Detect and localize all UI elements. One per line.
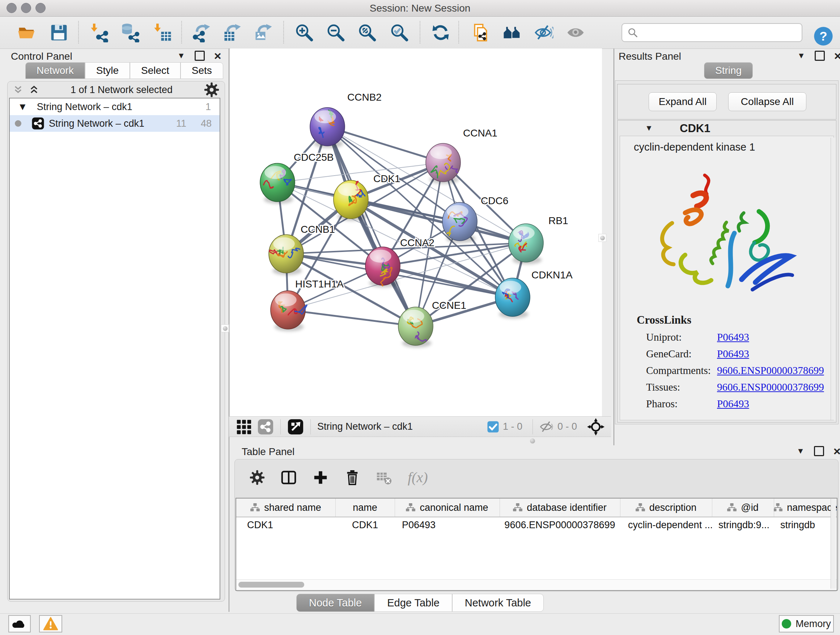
tab-style[interactable]: Style [85, 62, 130, 79]
edge-count: 48 [201, 118, 212, 129]
results-panel-float-icon[interactable] [815, 51, 825, 61]
network-node-ccna2[interactable] [365, 247, 400, 287]
import-network-database-button[interactable] [118, 21, 142, 44]
table-hscrollbar[interactable] [236, 579, 837, 590]
share-view-icon[interactable] [257, 418, 274, 435]
memory-status-dot [782, 619, 791, 629]
tab-select[interactable]: Select [130, 62, 180, 79]
column-header-name[interactable]: name [335, 499, 395, 516]
table-gear-icon[interactable] [249, 470, 265, 486]
warning-button[interactable] [39, 615, 62, 632]
tab-node-table[interactable]: Node Table [296, 594, 374, 612]
column-header-namespace[interactable]: namespace [774, 499, 837, 516]
tab-sets[interactable]: Sets [180, 62, 223, 79]
crosslink-value[interactable]: P06493 [717, 398, 749, 410]
save-session-button[interactable] [47, 21, 71, 44]
show-all-button[interactable] [564, 21, 587, 44]
network-node-ccnb2[interactable] [310, 108, 345, 148]
network-node-ccnb1[interactable] [269, 234, 303, 275]
crosslink-value[interactable]: P06493 [717, 348, 749, 360]
zoom-selected-button[interactable] [387, 21, 411, 44]
column-header-database-identifier[interactable]: database identifier [500, 499, 621, 516]
network-node-ccne1[interactable] [398, 307, 433, 348]
results-panel-menu-icon[interactable]: ▼ [797, 51, 805, 60]
left-splitter-handle[interactable] [221, 325, 229, 333]
column-header--id[interactable]: @id [712, 499, 774, 516]
import-table-button[interactable] [151, 21, 175, 44]
results-scrollbar-track[interactable] [831, 138, 836, 420]
hide-selected-button[interactable] [532, 21, 556, 44]
column-label: @id [741, 502, 758, 513]
clone-network-button[interactable] [469, 21, 493, 44]
expand-all-button[interactable]: Expand All [649, 92, 717, 111]
column-label: database identifier [527, 502, 607, 513]
help-button[interactable]: ? [813, 26, 834, 46]
column-header-canonical-name[interactable]: canonical name [395, 499, 500, 516]
first-neighbors-button[interactable] [500, 21, 524, 44]
toolbar-divider [283, 21, 284, 43]
search-input[interactable] [642, 25, 802, 40]
open-in-window-icon[interactable] [287, 418, 304, 435]
table-cell: stringdb [774, 519, 837, 534]
open-session-button[interactable] [15, 21, 39, 44]
tab-network[interactable]: Network [25, 62, 85, 79]
network-options-gear-icon[interactable] [204, 82, 219, 98]
network-node-rb1[interactable] [508, 224, 543, 264]
collapse-all-button[interactable]: Collapse All [728, 92, 806, 111]
hidden-eye-icon[interactable] [539, 420, 554, 434]
crosslink-value[interactable]: P06493 [717, 331, 749, 343]
collapse-all-chevron-icon[interactable] [13, 84, 24, 95]
network-node-hist1h1a[interactable] [271, 291, 307, 331]
column-header-description[interactable]: description [620, 499, 712, 516]
memory-button[interactable]: Memory [779, 615, 834, 632]
control-panel-float-icon[interactable] [195, 51, 205, 61]
network-node-cdkn1a[interactable] [495, 278, 530, 318]
crosslink-value[interactable]: 9606.ENSP00000378699 [717, 381, 824, 393]
network-node-ccna1[interactable] [426, 143, 461, 184]
tab-string[interactable]: String [704, 62, 753, 79]
zoom-out-button[interactable] [324, 21, 347, 44]
control-panel-menu-icon[interactable]: ▼ [177, 51, 185, 60]
birdseye-crosshair-icon[interactable] [587, 418, 605, 435]
table-columns-icon[interactable] [280, 469, 297, 486]
selected-checkbox-icon[interactable] [487, 421, 499, 433]
table-add-icon[interactable] [312, 469, 329, 486]
network-node-cdc25b[interactable] [260, 163, 295, 204]
refresh-button[interactable] [429, 21, 453, 44]
tab-network-table[interactable]: Network Table [452, 594, 544, 612]
expand-all-chevron-icon[interactable] [28, 84, 39, 95]
column-header-shared-name[interactable]: shared name [236, 499, 336, 516]
table-cell: cyclin-dependent ... [620, 519, 712, 534]
network-canvas[interactable]: CCNB2CCNA1CDC25BCDK1CDC6RB1CCNB1CCNA2CDK… [230, 49, 602, 416]
network-node-cdc6[interactable] [442, 203, 477, 243]
import-network-file-button[interactable] [88, 21, 111, 44]
horizontal-splitter-dot[interactable] [530, 439, 535, 443]
control-panel-tabs: NetworkStyleSelectSets [25, 62, 223, 79]
export-image-button[interactable] [252, 21, 276, 44]
zoom-fit-button[interactable] [355, 21, 379, 44]
results-panel-close-icon[interactable]: × [834, 52, 840, 60]
table-function-icon[interactable]: f(x) [408, 469, 428, 486]
cdk1-collapse-icon[interactable]: ▼ [645, 124, 653, 133]
export-table-button[interactable] [221, 21, 245, 44]
table-vscrollbar[interactable] [831, 499, 836, 589]
export-network-button[interactable] [190, 21, 214, 44]
table-panel-menu-icon[interactable]: ▼ [797, 447, 805, 456]
crosslink-label: GeneCard: [646, 348, 717, 360]
crosslink-value[interactable]: 9606.ENSP00000378699 [717, 364, 824, 377]
grid-view-icon[interactable] [235, 418, 252, 435]
table-panel-float-icon[interactable] [814, 446, 824, 456]
right-splitter-handle[interactable] [598, 234, 606, 242]
network-tree-row[interactable]: ▼ String Network – cdk1 1 [10, 98, 219, 115]
table-panel-close-icon[interactable]: × [834, 447, 840, 455]
network-tree-row[interactable]: String Network – cdk1 11 48 [10, 115, 219, 132]
control-panel-close-icon[interactable]: × [214, 52, 221, 60]
table-delete-table-icon[interactable] [376, 469, 393, 486]
zoom-in-button[interactable] [292, 21, 316, 44]
network-node-cdk1[interactable] [333, 180, 368, 221]
table-delete-icon[interactable] [344, 469, 361, 486]
cloud-button[interactable] [8, 615, 31, 632]
table-hscrollbar-thumb[interactable] [238, 582, 304, 587]
expander-icon[interactable]: ▼ [18, 101, 27, 112]
tab-edge-table[interactable]: Edge Table [374, 594, 452, 612]
